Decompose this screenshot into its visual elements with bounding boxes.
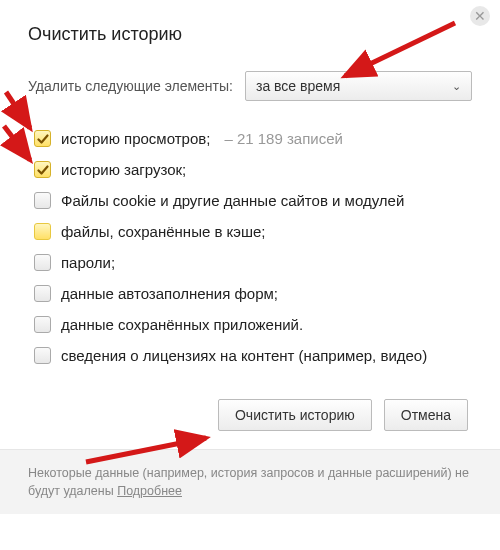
opt-browsing-history: историю просмотров;– 21 189 записей: [34, 123, 472, 154]
clear-history-dialog: ✕ Очистить историю Удалить следующие эле…: [0, 0, 500, 449]
close-icon: ✕: [474, 8, 486, 24]
opt-autofill: данные автозаполнения форм;: [34, 278, 472, 309]
time-range-select[interactable]: за все время ⌄: [245, 71, 472, 101]
clear-button-label: Очистить историю: [235, 407, 355, 423]
opt-licenses: сведения о лицензиях на контент (наприме…: [34, 340, 472, 371]
opt-cache-label: файлы, сохранённые в кэше;: [61, 223, 266, 240]
check-icon: [37, 164, 49, 176]
opt-downloads-history-checkbox[interactable]: [34, 161, 51, 178]
footer-link[interactable]: Подробнее: [117, 484, 182, 498]
opt-cookies-checkbox[interactable]: [34, 192, 51, 209]
opt-apps-data-label: данные сохранённых приложений.: [61, 316, 303, 333]
cancel-button[interactable]: Отмена: [384, 399, 468, 431]
dialog-footer: Некоторые данные (например, история запр…: [0, 449, 500, 514]
cancel-button-label: Отмена: [401, 407, 451, 423]
opt-browsing-history-note: – 21 189 записей: [224, 130, 343, 147]
opt-cookies-label: Файлы cookie и другие данные сайтов и мо…: [61, 192, 404, 209]
opt-downloads-history: историю загрузок;: [34, 154, 472, 185]
opt-licenses-checkbox[interactable]: [34, 347, 51, 364]
time-range-row: Удалить следующие элементы: за все время…: [28, 71, 472, 101]
options-list: историю просмотров;– 21 189 записейистор…: [34, 123, 472, 371]
time-range-value: за все время: [256, 78, 340, 94]
opt-apps-data: данные сохранённых приложений.: [34, 309, 472, 340]
dialog-title: Очистить историю: [28, 24, 472, 45]
time-range-label: Удалить следующие элементы:: [28, 78, 233, 94]
opt-passwords-checkbox[interactable]: [34, 254, 51, 271]
opt-apps-data-checkbox[interactable]: [34, 316, 51, 333]
opt-browsing-history-label: историю просмотров;: [61, 130, 210, 147]
opt-cache: файлы, сохранённые в кэше;: [34, 216, 472, 247]
opt-licenses-label: сведения о лицензиях на контент (наприме…: [61, 347, 427, 364]
clear-button[interactable]: Очистить историю: [218, 399, 372, 431]
footer-text: Некоторые данные (например, история запр…: [28, 466, 469, 498]
dialog-actions: Очистить историю Отмена: [28, 399, 468, 431]
close-button[interactable]: ✕: [470, 6, 490, 26]
opt-passwords-label: пароли;: [61, 254, 115, 271]
opt-autofill-label: данные автозаполнения форм;: [61, 285, 278, 302]
opt-browsing-history-checkbox[interactable]: [34, 130, 51, 147]
opt-passwords: пароли;: [34, 247, 472, 278]
check-icon: [37, 133, 49, 145]
opt-cookies: Файлы cookie и другие данные сайтов и мо…: [34, 185, 472, 216]
opt-downloads-history-label: историю загрузок;: [61, 161, 186, 178]
chevron-down-icon: ⌄: [452, 80, 461, 93]
opt-cache-checkbox[interactable]: [34, 223, 51, 240]
opt-autofill-checkbox[interactable]: [34, 285, 51, 302]
